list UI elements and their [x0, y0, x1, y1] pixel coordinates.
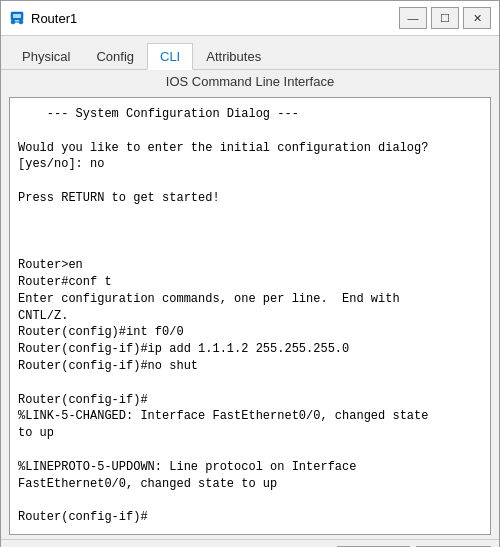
tab-physical[interactable]: Physical: [9, 43, 83, 70]
main-window: Router1 — ☐ ✕ Physical Config CLI Attrib…: [0, 0, 500, 547]
window-title: Router1: [31, 11, 399, 26]
terminal-output[interactable]: --- System Configuration Dialog --- Woul…: [10, 98, 490, 534]
bottom-action-bar: Ctrl+F6 to exit CLI focus Copy Paste: [1, 539, 499, 547]
app-icon: [9, 10, 25, 26]
terminal-wrapper: --- System Configuration Dialog --- Woul…: [9, 97, 491, 535]
section-title: IOS Command Line Interface: [1, 70, 499, 93]
maximize-button[interactable]: ☐: [431, 7, 459, 29]
cli-area: --- System Configuration Dialog --- Woul…: [1, 93, 499, 539]
close-button[interactable]: ✕: [463, 7, 491, 29]
tab-config[interactable]: Config: [83, 43, 147, 70]
tab-attributes[interactable]: Attributes: [193, 43, 274, 70]
title-bar: Router1 — ☐ ✕: [1, 1, 499, 36]
tab-bar: Physical Config CLI Attributes: [1, 36, 499, 70]
minimize-button[interactable]: —: [399, 7, 427, 29]
window-controls: — ☐ ✕: [399, 7, 491, 29]
tab-cli[interactable]: CLI: [147, 43, 193, 70]
svg-point-2: [11, 20, 15, 24]
svg-rect-1: [13, 14, 21, 18]
svg-point-3: [19, 20, 23, 24]
